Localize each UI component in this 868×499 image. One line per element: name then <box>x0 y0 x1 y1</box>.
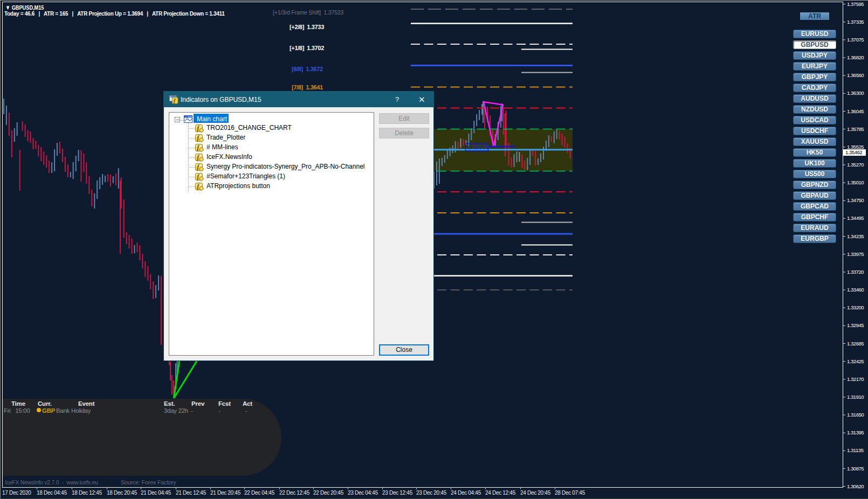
svg-text:1.35538: 1.35538 <box>467 144 489 150</box>
